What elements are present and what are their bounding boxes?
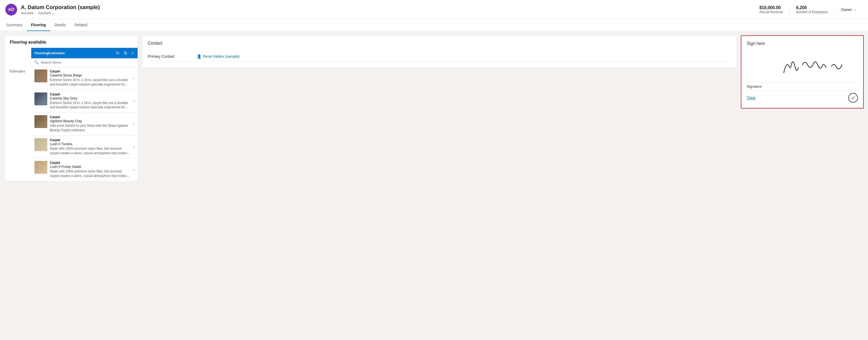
flooring-estimates-title: FlooringEstimates [34,51,112,55]
flooring-panel-title: Flooring available [4,35,137,48]
primary-contact-value[interactable]: 👤 Rene Valdes (sample) [197,54,240,59]
breadcrumb: Account · Account ⌄ [21,11,100,15]
annual-revenue-value: $10,000.00 [759,5,783,10]
refresh-button[interactable]: ↻ [115,50,120,56]
product-info: Carpet Ageless Beauty Clay Add some fash… [50,115,131,133]
breadcrumb-sep: · [35,11,37,15]
sign-actions: Clear ✓ [747,91,858,103]
chevron-right-icon: › [133,122,134,126]
product-name: Caserta Stone Beige [50,73,131,77]
avatar: AD [5,4,17,16]
page-title: A. Datum Corporation (sample) [21,4,100,10]
tab-details[interactable]: Details [50,19,70,31]
tab-related[interactable]: Related [70,19,92,31]
header: AD A. Datum Corporation (sample) Account… [0,0,868,19]
product-name: Caserta Sky Grey [50,96,131,100]
tab-flooring[interactable]: Flooring [27,19,50,31]
tab-summary[interactable]: Summary [5,19,27,31]
main-content: Flooring available Estimates FlooringEst… [0,31,868,339]
product-type: Carpet [50,161,131,165]
product-thumb [34,92,47,105]
product-list: Carpet Caserta Stone Beige Extreme Serie… [31,67,137,181]
chevron-down-icon: ⌄ [854,8,856,11]
search-icon: 🔍 [34,60,39,64]
sort-button[interactable]: ⇅ [123,50,128,56]
product-info: Carpet Lush II Frosty Glade Made with 10… [50,161,131,178]
breadcrumb-dropdown[interactable]: ⌄ [52,11,55,15]
chevron-right-icon: › [133,168,134,172]
owner-stat[interactable]: Owner ⌄ [834,7,863,12]
signature-label: Signature [747,84,858,88]
confirm-signature-button[interactable]: ✓ [848,93,858,103]
header-right: $10,000.00 Annual Revenue 6,200 Number o… [753,5,863,14]
signature-canvas[interactable] [747,50,858,82]
product-type: Carpet [50,69,131,73]
employees-value: 6,200 [796,5,828,10]
estimates-label: Estimates [4,48,31,181]
contact-panel-title: Contact [148,41,731,46]
chevron-right-icon: › [133,99,134,103]
list-item[interactable]: Carpet Ageless Beauty Clay Add some fash… [31,113,137,136]
header-left: AD A. Datum Corporation (sample) Account… [5,4,100,16]
flooring-panel: Flooring available Estimates FlooringEst… [4,35,138,181]
product-desc: Add some fashion to your floors with the… [50,123,131,133]
product-info: Carpet Lush II Tundra Made with 100% pre… [50,138,131,155]
product-type: Carpet [50,115,131,119]
product-type: Carpet [50,92,131,96]
list-item[interactable]: Carpet Caserta Sky Grey Extreme Series 1… [31,90,137,113]
search-bar: 🔍 [31,58,137,67]
product-thumb [34,138,47,151]
product-thumb [34,161,47,174]
sign-title: Sign here [747,41,858,46]
product-thumb [34,115,47,128]
product-thumb [34,69,47,82]
estimates-content: FlooringEstimates ↻ ⇅ + 🔍 Carpet Caserta… [31,48,137,181]
primary-contact-label: Primary Contact [148,54,190,59]
contact-row-primary: Primary Contact 👤 Rene Valdes (sample) [148,51,731,62]
list-item[interactable]: Carpet Lush II Tundra Made with 100% pre… [31,136,137,159]
estimates-layout: Estimates FlooringEstimates ↻ ⇅ + 🔍 [4,48,137,181]
nav-tabs: Summary Flooring Details Related [0,19,868,31]
sign-panel: Sign here Signature Clear ✓ [741,35,864,109]
contact-person-icon: 👤 [197,54,202,59]
employees-label: Number of Employees [796,10,828,14]
chevron-right-icon: › [133,76,134,80]
product-desc: Extreme Series 18 in. x 18 in. carpet ti… [50,101,131,110]
signature-svg [747,50,858,82]
breadcrumb-part1[interactable]: Account [21,11,33,15]
product-desc: Made with 100% premium nylon fiber, this… [50,146,131,155]
chevron-right-icon: › [133,145,134,149]
header-info: A. Datum Corporation (sample) Account · … [21,4,100,15]
product-info: Carpet Caserta Stone Beige Extreme Serie… [50,69,131,87]
product-type: Carpet [50,138,131,142]
product-desc: Extreme Series 18 in. x 18 in. carpet ti… [50,78,131,87]
list-item[interactable]: Carpet Caserta Stone Beige Extreme Serie… [31,67,137,90]
product-info: Carpet Caserta Sky Grey Extreme Series 1… [50,92,131,110]
product-name: Ageless Beauty Clay [50,119,131,123]
list-item[interactable]: Carpet Lush II Frosty Glade Made with 10… [31,158,137,181]
annual-revenue-stat: $10,000.00 Annual Revenue [753,5,789,14]
employees-stat: 6,200 Number of Employees [789,5,834,14]
add-button[interactable]: + [131,50,134,56]
product-name: Lush II Frosty Glade [50,165,131,169]
owner-label: Owner [841,7,852,12]
flooring-estimates-header: FlooringEstimates ↻ ⇅ + [31,48,137,58]
breadcrumb-part2[interactable]: Account [38,11,51,15]
search-input[interactable] [41,60,134,64]
contact-panel: Contact Primary Contact 👤 Rene Valdes (s… [142,35,737,67]
product-name: Lush II Tundra [50,142,131,146]
annual-revenue-label: Annual Revenue [759,10,783,14]
primary-contact-name[interactable]: Rene Valdes (sample) [203,54,240,59]
product-desc: Made with 100% premium nylon fiber, this… [50,169,131,178]
clear-button[interactable]: Clear [747,96,755,100]
